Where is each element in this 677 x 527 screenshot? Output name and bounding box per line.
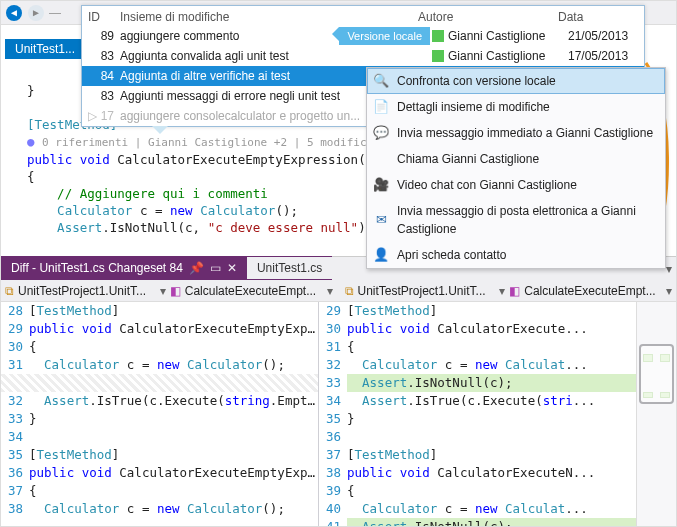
popup-pointer xyxy=(152,126,168,134)
ctx-label: Chiama Gianni Castiglione xyxy=(397,150,539,168)
chevron-down-icon[interactable]: ▾ xyxy=(160,284,166,298)
restore-icon[interactable]: ▭ xyxy=(210,261,221,275)
code-line: 35} xyxy=(319,410,636,428)
code-line: 41 Assert.IsNotNull(c); xyxy=(319,518,636,526)
member-icon: ◧ xyxy=(509,284,520,298)
local-version-badge: Versione locale xyxy=(339,27,430,45)
ctx-im[interactable]: 💬 Invia messaggio immediato a Gianni Cas… xyxy=(367,120,665,146)
scope-icon: ⧉ xyxy=(5,284,14,298)
col-id: ID xyxy=(88,10,120,24)
ctx-email[interactable]: ✉ Invia messaggio di posta elettronica a… xyxy=(367,198,665,242)
code-line: 38public void CalculatorExecuteN... xyxy=(319,464,636,482)
code-line: 36 xyxy=(319,428,636,446)
overview-viewport[interactable] xyxy=(639,344,674,404)
code-line: 37{ xyxy=(1,482,318,500)
ctx-label: Apri scheda contatto xyxy=(397,246,506,264)
history-row[interactable]: 89 aggiungere commento Versione locale G… xyxy=(82,26,644,46)
codelens[interactable]: 0 riferimenti | Gianni Castiglione +2 | … xyxy=(42,136,380,149)
code-line: 29public void CalculatorExecuteEmptyExpr… xyxy=(1,320,318,338)
nav-back-button[interactable]: ◄ xyxy=(5,4,23,22)
code-line: 40 Calculator c = new Calculat... xyxy=(319,500,636,518)
code-line: 34 xyxy=(1,428,318,446)
tab-label: Diff - UnitTest1.cs Changeset 84 xyxy=(11,261,183,275)
magnifier-icon: 🔍 xyxy=(373,73,389,89)
blank-icon xyxy=(373,151,389,167)
tab-unittest-inactive[interactable]: UnitTest1.cs xyxy=(247,257,332,279)
presence-icon xyxy=(432,30,444,42)
ctx-label: Video chat con Gianni Castiglione xyxy=(397,176,577,194)
col-msg: Insieme di modifiche xyxy=(120,10,418,24)
tab-label: UnitTest1... xyxy=(15,42,75,56)
close-icon[interactable]: ✕ xyxy=(227,261,237,275)
toolbar-separator: — xyxy=(49,6,61,20)
mail-icon: ✉ xyxy=(373,212,389,228)
overview-ruler[interactable] xyxy=(636,302,676,526)
code-line xyxy=(1,374,318,392)
diff-pane-left[interactable]: 28[TestMethod]29public void CalculatorEx… xyxy=(1,302,318,526)
code-line: 30{ xyxy=(1,338,318,356)
chat-icon: 💬 xyxy=(373,125,389,141)
code-line: 28[TestMethod] xyxy=(1,302,318,320)
code-line: 32 Calculator c = new Calculat... xyxy=(319,356,636,374)
code-line: 39{ xyxy=(319,482,636,500)
ctx-video[interactable]: 🎥 Video chat con Gianni Castiglione xyxy=(367,172,665,198)
tab-diff-active[interactable]: Diff - UnitTest1.cs Changeset 84 📌 ▭ ✕ xyxy=(1,257,247,279)
ctx-label: Dettagli insieme di modifiche xyxy=(397,98,550,116)
document-icon: 📄 xyxy=(373,99,389,115)
code-line: 38 Calculator c = new Calculator(); xyxy=(1,500,318,518)
chevron-down-icon[interactable]: ▾ xyxy=(666,262,672,276)
history-row[interactable]: 83 Aggiunta convalida agli unit test Gia… xyxy=(82,46,644,66)
video-icon: 🎥 xyxy=(373,177,389,193)
ctx-changeset-details[interactable]: 📄 Dettagli insieme di modifiche xyxy=(367,94,665,120)
right-member[interactable]: CalculateExecuteEmpt... xyxy=(524,284,662,298)
code-line: 35[TestMethod] xyxy=(1,446,318,464)
diff-pane-right[interactable]: 29[TestMethod]30public void CalculatorEx… xyxy=(318,302,636,526)
history-header: ID Insieme di modifiche Autore Data xyxy=(82,6,644,26)
code-line: 32 Assert.IsTrue(c.Execute(string.Empty)… xyxy=(1,392,318,410)
code-line: 29[TestMethod] xyxy=(319,302,636,320)
code-line: 33} xyxy=(1,410,318,428)
diff-navbar: ⧉ UnitTestProject1.UnitT... ▾ ◧ Calculat… xyxy=(1,280,676,302)
nav-forward-button[interactable]: ► xyxy=(27,4,45,22)
tab-unittest1[interactable]: UnitTest1... xyxy=(5,39,85,59)
member-icon: ◧ xyxy=(170,284,181,298)
chevron-down-icon[interactable]: ▾ xyxy=(327,284,333,298)
context-menu: 🔍 Confronta con versione locale 📄 Dettag… xyxy=(366,67,666,269)
presence-icon xyxy=(432,50,444,62)
ctx-label: Invia messaggio di posta elettronica a G… xyxy=(397,202,655,238)
contact-icon: 👤 xyxy=(373,247,389,263)
col-date: Data xyxy=(558,10,638,24)
left-member[interactable]: CalculateExecuteEmpt... xyxy=(185,284,323,298)
scope-icon: ⧉ xyxy=(345,284,354,298)
pin-icon[interactable]: 📌 xyxy=(189,261,204,275)
right-crumb[interactable]: UnitTestProject1.UnitT... xyxy=(358,284,496,298)
code-line: 31 Calculator c = new Calculator(); xyxy=(1,356,318,374)
ctx-label: Confronta con versione locale xyxy=(397,72,556,90)
code-line: 30public void CalculatorExecute... xyxy=(319,320,636,338)
tab-label: UnitTest1.cs xyxy=(257,261,322,275)
ctx-call[interactable]: Chiama Gianni Castiglione xyxy=(367,146,665,172)
ctx-label: Invia messaggio immediato a Gianni Casti… xyxy=(397,124,653,142)
diff-view: 28[TestMethod]29public void CalculatorEx… xyxy=(1,302,636,526)
col-author: Autore xyxy=(418,10,558,24)
chevron-down-icon[interactable]: ▾ xyxy=(499,284,505,298)
code-line: 37[TestMethod] xyxy=(319,446,636,464)
code-line: 33 Assert.IsNotNull(c); xyxy=(319,374,636,392)
code-line: 31{ xyxy=(319,338,636,356)
code-line: 36public void CalculatorExecuteEmptyExpr… xyxy=(1,464,318,482)
ctx-compare-local[interactable]: 🔍 Confronta con versione locale xyxy=(367,68,665,94)
code-line: 34 Assert.IsTrue(c.Execute(stri... xyxy=(319,392,636,410)
ctx-open-contact[interactable]: 👤 Apri scheda contatto xyxy=(367,242,665,268)
chevron-down-icon[interactable]: ▾ xyxy=(666,284,672,298)
left-crumb[interactable]: UnitTestProject1.UnitT... xyxy=(18,284,156,298)
